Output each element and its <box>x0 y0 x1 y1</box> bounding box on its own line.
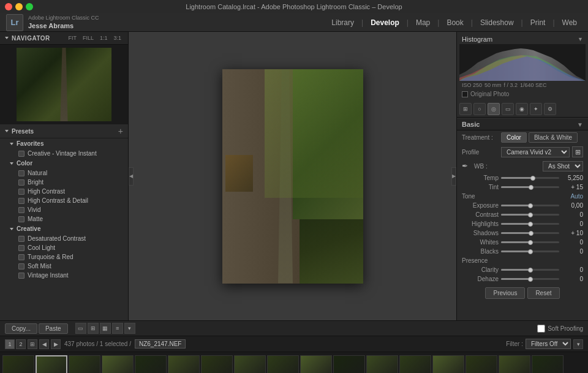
treatment-bw-button[interactable]: Black & White <box>529 132 578 143</box>
basic-panel-header[interactable]: Basic ▼ <box>457 119 588 130</box>
color-group-header[interactable]: Color <box>0 158 128 168</box>
wb-select[interactable]: As Shot <box>543 161 583 171</box>
filter-options-button[interactable]: ▾ <box>573 339 583 349</box>
navigator-header[interactable]: Navigator FIT FILL 1:1 3:1 <box>0 32 128 45</box>
filmstrip-thumb-15[interactable] <box>466 355 497 373</box>
filmstrip-thumb-2[interactable] <box>36 355 67 373</box>
histogram-expand-icon[interactable]: ▼ <box>578 36 583 42</box>
filter-select[interactable]: Filters Off <box>526 339 571 349</box>
eyedropper-icon[interactable]: ✒ <box>462 162 472 171</box>
exposure-thumb[interactable] <box>528 203 533 208</box>
minimize-button[interactable] <box>15 3 23 10</box>
preset-turquoise-red[interactable]: Turquoise & Red <box>0 252 128 262</box>
preset-matte[interactable]: Matte <box>0 214 128 224</box>
preset-item-vintage[interactable]: Creative - Vintage Instant <box>0 149 128 158</box>
red-eye-button[interactable]: ◎ <box>488 103 500 115</box>
nav-library[interactable]: Library <box>326 17 359 28</box>
favorites-group-header[interactable]: Favorites <box>0 138 128 149</box>
blacks-slider[interactable] <box>501 251 559 252</box>
nav-develop[interactable]: Develop <box>366 17 404 28</box>
filmstrip-thumb-12[interactable] <box>366 355 398 373</box>
preset-soft-mist[interactable]: Soft Mist <box>0 262 128 271</box>
clarity-thumb[interactable] <box>528 268 533 273</box>
filmstrip-thumb-4[interactable] <box>102 355 134 373</box>
filmstrip-thumb-9[interactable] <box>267 355 299 373</box>
profile-grid-button[interactable]: ⊞ <box>572 146 583 157</box>
clarity-slider[interactable] <box>501 269 559 271</box>
filmstrip-thumb-10[interactable] <box>300 355 332 373</box>
preset-high-contrast-detail[interactable]: High Contrast & Detail <box>0 196 128 205</box>
dehaze-thumb[interactable] <box>528 277 533 282</box>
temp-slider[interactable] <box>501 177 559 179</box>
filmstrip-thumb-11[interactable] <box>333 355 365 373</box>
filmstrip-prev-button[interactable]: ◀ <box>39 339 49 349</box>
add-preset-button[interactable]: + <box>118 127 123 135</box>
collapse-right-panel-button[interactable]: ▶ <box>451 167 456 186</box>
radial-filter-button[interactable]: ◉ <box>516 103 528 115</box>
filmstrip-thumb-7[interactable] <box>201 355 233 373</box>
crop-tool-button[interactable]: ⊞ <box>459 103 472 115</box>
whites-slider[interactable] <box>501 241 559 243</box>
copy-button[interactable]: Copy... <box>5 323 37 334</box>
presets-header[interactable]: Presets + <box>0 124 128 138</box>
nav-web[interactable]: Web <box>557 17 582 28</box>
survey-view-button[interactable]: ▦ <box>100 323 111 334</box>
profile-select[interactable]: Camera Vivid v2 <box>501 147 570 157</box>
treatment-color-button[interactable]: Color <box>501 132 527 143</box>
nav-book[interactable]: Book <box>442 17 468 28</box>
fit-btn[interactable]: FIT <box>66 34 78 42</box>
filmstrip-thumb-3[interactable] <box>69 355 100 373</box>
original-photo-checkbox[interactable] <box>462 91 468 97</box>
contrast-slider[interactable] <box>501 214 559 216</box>
adjustment-brush-button[interactable]: ✦ <box>530 103 542 115</box>
highlights-thumb[interactable] <box>528 222 533 227</box>
preset-vintage-instant[interactable]: Vintage Instant <box>0 271 128 280</box>
view-option-button[interactable]: ≡ <box>112 323 123 334</box>
preset-cool-light[interactable]: Cool Light <box>0 243 128 252</box>
filmstrip-thumb-14[interactable] <box>432 355 464 373</box>
soft-proofing-checkbox[interactable] <box>537 325 545 333</box>
filmstrip-thumb-13[interactable] <box>399 355 431 373</box>
close-button[interactable] <box>5 3 12 10</box>
settings-button[interactable]: ⚙ <box>544 103 556 115</box>
creative-group-header[interactable]: Creative <box>0 224 128 234</box>
filmstrip-filename[interactable]: NZ6_2147.NEF <box>135 339 186 349</box>
filmstrip-sort-button[interactable]: ⊞ <box>28 339 37 349</box>
single-view-button[interactable]: ▭ <box>75 323 86 334</box>
preset-high-contrast[interactable]: High Contrast <box>0 187 128 196</box>
zoom-3-btn[interactable]: 3:1 <box>111 34 123 42</box>
maximize-button[interactable] <box>26 3 33 10</box>
spot-removal-button[interactable]: ○ <box>473 103 486 115</box>
preset-bright[interactable]: Bright <box>0 178 128 187</box>
compare-view-button[interactable]: ⊞ <box>88 323 99 334</box>
filmstrip-thumb-16[interactable] <box>499 355 530 373</box>
shadows-slider[interactable] <box>501 232 559 234</box>
filmstrip-thumb-1[interactable] <box>2 355 34 373</box>
shadows-thumb[interactable] <box>529 231 533 236</box>
filmstrip-thumb-6[interactable] <box>168 355 200 373</box>
paste-button[interactable]: Paste <box>39 323 68 334</box>
contrast-thumb[interactable] <box>528 213 533 217</box>
nav-print[interactable]: Print <box>526 17 551 28</box>
nav-map[interactable]: Map <box>411 17 435 28</box>
nav-slideshow[interactable]: Slideshow <box>475 17 519 28</box>
exposure-slider[interactable] <box>501 205 559 206</box>
filmstrip-thumb-17[interactable] <box>532 355 564 373</box>
tint-thumb[interactable] <box>529 185 533 190</box>
page-1-button[interactable]: 1 <box>5 339 15 349</box>
preset-natural[interactable]: Natural <box>0 168 128 178</box>
filmstrip-next-button[interactable]: ▶ <box>51 339 61 349</box>
blacks-thumb[interactable] <box>528 249 533 254</box>
filmstrip-thumb-8[interactable] <box>234 355 266 373</box>
temp-thumb[interactable] <box>530 176 535 181</box>
fill-btn[interactable]: FILL <box>81 34 96 42</box>
collapse-left-panel-button[interactable]: ◀ <box>129 167 134 186</box>
preset-desaturated[interactable]: Desaturated Contrast <box>0 234 128 243</box>
page-2-button[interactable]: 2 <box>16 339 26 349</box>
highlights-slider[interactable] <box>501 223 559 225</box>
tone-auto-button[interactable]: Auto <box>570 193 583 200</box>
reset-button[interactable]: Reset <box>527 287 559 299</box>
zoom-1-btn[interactable]: 1:1 <box>98 34 110 42</box>
tint-slider[interactable] <box>501 186 559 188</box>
zoom-down-button[interactable]: ▾ <box>124 323 135 334</box>
